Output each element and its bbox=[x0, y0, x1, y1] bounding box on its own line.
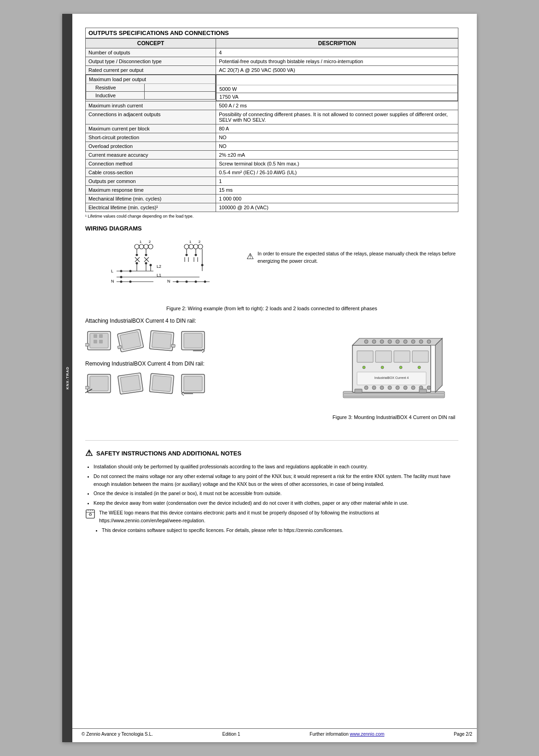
sidebar-text: KNX-TRAD bbox=[65, 366, 70, 390]
footer-page: Page 2/2 bbox=[454, 732, 472, 737]
attach-label: Attaching IndustrialBOX Current 4 to DIN… bbox=[85, 318, 320, 324]
table-row: Mechanical lifetime (min. cycles) 1 000 … bbox=[86, 195, 458, 203]
svg-point-14 bbox=[145, 254, 147, 256]
svg-rect-65 bbox=[152, 332, 172, 348]
page: KNX-TRAD OUTPUTS SPECIFICATIONS AND CONN… bbox=[62, 14, 477, 742]
svg-point-98 bbox=[419, 340, 423, 343]
svg-point-8 bbox=[184, 244, 189, 249]
wiring-section-title: WIRING DIAGRAMS bbox=[85, 225, 458, 232]
svg-rect-73 bbox=[90, 376, 108, 391]
attach-images bbox=[85, 328, 320, 353]
svg-rect-117 bbox=[355, 389, 362, 393]
spec-table: OUTPUTS SPECIFICATIONS AND CONNECTIONS C… bbox=[85, 28, 458, 212]
svg-rect-59 bbox=[99, 340, 103, 343]
svg-text:N: N bbox=[111, 279, 114, 284]
svg-text:L: L bbox=[111, 269, 113, 273]
din-device-2 bbox=[117, 328, 144, 353]
table-row: Maximum response time 15 ms bbox=[86, 186, 458, 195]
svg-point-94 bbox=[388, 340, 392, 343]
svg-point-96 bbox=[404, 340, 407, 343]
svg-rect-63 bbox=[117, 345, 122, 349]
figure3-caption: Figure 3: Mounting IndustrialBOX 4 Curre… bbox=[329, 414, 458, 420]
svg-point-102 bbox=[380, 386, 384, 390]
weee-text: The WEEE logo means that this device con… bbox=[99, 509, 458, 525]
table-row: Connections in adjacent outputs Possibil… bbox=[86, 110, 458, 124]
wiring-container: 1 2 1 2 bbox=[85, 236, 458, 303]
remove-images bbox=[85, 371, 320, 396]
svg-text:2: 2 bbox=[149, 240, 151, 244]
warning-text: In order to ensure the expected status o… bbox=[258, 250, 458, 265]
svg-point-100 bbox=[364, 386, 368, 390]
din-right: IndustrialBOX Current 4 Figure 3: Mounti… bbox=[329, 318, 458, 426]
svg-rect-68 bbox=[184, 333, 202, 348]
safety-title: ⚠ SAFETY INSTRUCTIONS AND ADDITIONAL NOT… bbox=[85, 448, 458, 458]
device-3d-svg: IndustrialBOX Current 4 bbox=[329, 318, 454, 410]
svg-point-11 bbox=[198, 244, 203, 249]
svg-point-22 bbox=[150, 264, 152, 266]
table-row: Current measure accuracy 2% ±20 mA bbox=[86, 151, 458, 159]
svg-marker-90 bbox=[435, 338, 442, 392]
warning-icon: ⚠ bbox=[246, 250, 254, 263]
svg-point-37 bbox=[129, 281, 132, 283]
svg-rect-110 bbox=[375, 351, 392, 362]
table-row: Connection method Screw terminal block (… bbox=[86, 159, 458, 168]
svg-point-2 bbox=[135, 244, 139, 249]
svg-text:IndustrialBOX Current 4: IndustrialBOX Current 4 bbox=[375, 376, 409, 379]
svg-text:1: 1 bbox=[189, 240, 192, 244]
footer-edition: Edition 1 bbox=[223, 732, 240, 737]
svg-point-97 bbox=[411, 340, 415, 343]
svg-point-5 bbox=[148, 244, 153, 249]
svg-point-108 bbox=[427, 386, 431, 390]
footer-link[interactable]: www.zennio.com bbox=[350, 732, 384, 737]
svg-point-50 bbox=[176, 281, 179, 283]
safety-bullets: Installation should only be performed by… bbox=[85, 463, 458, 507]
din-device-4 bbox=[179, 328, 207, 353]
svg-point-9 bbox=[189, 244, 193, 249]
svg-point-52 bbox=[195, 281, 197, 283]
svg-text:2: 2 bbox=[199, 240, 201, 244]
list-item: Once the device is installed (in the pan… bbox=[94, 490, 458, 497]
figure2-caption: Figure 2: Wiring example (from left to r… bbox=[85, 306, 458, 311]
svg-rect-60 bbox=[85, 343, 89, 346]
weee-icon: ♻ bbox=[85, 509, 95, 519]
list-item: This device contains software subject to… bbox=[102, 526, 458, 534]
svg-rect-57 bbox=[99, 334, 103, 338]
table-row: Electrical lifetime (min. cycles)¹ 10000… bbox=[86, 203, 458, 212]
svg-point-91 bbox=[364, 340, 368, 343]
svg-line-71 bbox=[202, 351, 205, 353]
svg-rect-58 bbox=[94, 340, 97, 343]
table-row: Number of outputs 4 bbox=[86, 48, 458, 57]
col1-header: CONCEPT bbox=[86, 38, 216, 48]
svg-point-36 bbox=[120, 281, 123, 283]
svg-text:1: 1 bbox=[140, 240, 142, 244]
svg-point-104 bbox=[396, 386, 399, 390]
svg-point-95 bbox=[396, 340, 399, 343]
svg-point-115 bbox=[399, 366, 402, 369]
svg-point-114 bbox=[381, 366, 384, 369]
svg-point-12 bbox=[136, 254, 138, 256]
svg-rect-109 bbox=[357, 351, 373, 362]
svg-text:N: N bbox=[167, 279, 170, 284]
safety-warning-icon: ⚠ bbox=[85, 448, 93, 458]
svg-point-106 bbox=[411, 386, 415, 390]
table-footnote: ¹ Lifetime values could change depending… bbox=[85, 214, 458, 219]
din-remove-1 bbox=[85, 371, 113, 396]
table-row: Rated current per output AC 20(7) A @ 25… bbox=[86, 66, 458, 75]
svg-point-103 bbox=[388, 386, 392, 390]
svg-point-99 bbox=[427, 340, 431, 343]
svg-rect-74 bbox=[85, 386, 89, 389]
svg-rect-87 bbox=[343, 396, 445, 397]
list-item: Installation should only be performed by… bbox=[94, 463, 458, 471]
wiring-svg: 1 2 1 2 bbox=[85, 236, 233, 301]
footer-copyright: © Zennio Avance y Tecnologia S.L. bbox=[82, 732, 153, 737]
warning-box: ⚠ In order to ensure the expected status… bbox=[246, 250, 458, 265]
svg-point-21 bbox=[145, 262, 147, 265]
svg-point-92 bbox=[372, 340, 376, 343]
din-remove-2 bbox=[117, 371, 144, 396]
svg-point-101 bbox=[372, 386, 376, 390]
table-row: Maximum current per block 80 A bbox=[86, 124, 458, 133]
svg-point-29 bbox=[120, 270, 123, 272]
svg-rect-77 bbox=[120, 375, 141, 392]
din-left: Attaching IndustrialBOX Current 4 to DIN… bbox=[85, 318, 320, 396]
table-row: Cable cross-section 0.5-4 mm² (IEC) / 26… bbox=[86, 168, 458, 177]
